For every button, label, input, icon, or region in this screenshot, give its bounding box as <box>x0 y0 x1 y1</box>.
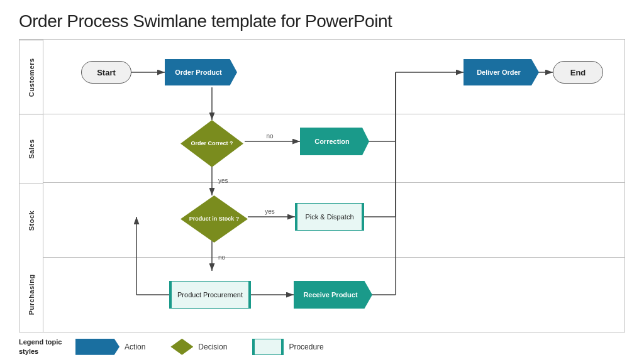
legend-decision-label: Decision <box>198 343 227 351</box>
legend-item-decision: Decision <box>170 339 227 355</box>
legend-title: Legend topic styles <box>19 337 75 356</box>
correction-shape: Correction <box>300 128 369 155</box>
start-shape: Start <box>81 61 131 84</box>
lane-label-purchasing: Purchasing <box>19 258 43 332</box>
lane-customers <box>43 40 625 114</box>
lane-label-customers: Customers <box>19 40 43 114</box>
legend-decision-icon <box>170 339 193 355</box>
legend-procedure-label: Procedure <box>289 343 323 351</box>
deliver-order-shape: Deliver Order <box>464 59 539 85</box>
legend-item-action: Action <box>75 339 145 355</box>
lane-label-sales: Sales <box>19 114 43 183</box>
page-title: Order Process Swimlane template for Powe… <box>19 11 625 31</box>
diagram-area: Customers Sales Stock Purchasing <box>19 39 625 332</box>
lanes-content: no yes yes no <box>43 40 625 332</box>
order-product-shape: Order Product <box>165 59 237 85</box>
lane-labels: Customers Sales Stock Purchasing <box>19 40 43 332</box>
end-shape: End <box>553 61 603 84</box>
legend-action-label: Action <box>125 343 145 351</box>
legend-action-icon <box>75 339 119 355</box>
legend-procedure-icon <box>252 339 284 355</box>
legend: Legend topic styles Action Decision Proc… <box>19 332 625 356</box>
lane-label-stock: Stock <box>19 183 43 258</box>
legend-item-procedure: Procedure <box>252 339 323 355</box>
product-procurement-shape: Product Procurement <box>169 281 251 309</box>
receive-product-shape: Receive Product <box>294 281 372 309</box>
pick-dispatch-shape: Pick & Dispatch <box>295 203 364 231</box>
page: Order Process Swimlane template for Powe… <box>0 0 644 362</box>
